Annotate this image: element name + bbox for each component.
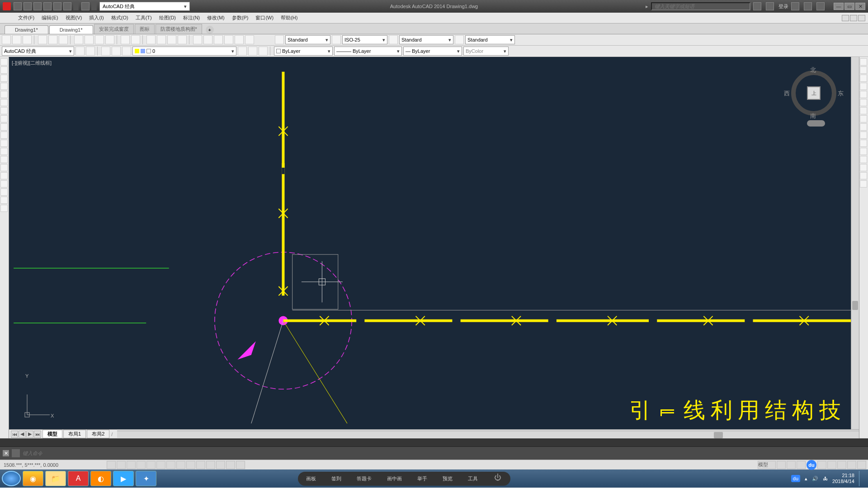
search-icon[interactable] bbox=[753, 2, 761, 10]
tool-join[interactable] bbox=[860, 156, 867, 163]
viewcube-south[interactable]: 南 bbox=[810, 112, 816, 120]
tb-dimstyle-icon[interactable] bbox=[332, 35, 341, 44]
tb-copy[interactable] bbox=[85, 35, 94, 44]
status-ducs[interactable] bbox=[176, 461, 185, 469]
tool-copy[interactable] bbox=[860, 66, 867, 74]
dim-style-dropdown[interactable]: ISO-25 bbox=[342, 35, 387, 44]
minimize-button[interactable]: — bbox=[834, 3, 844, 10]
tb-layer-uniso[interactable] bbox=[259, 47, 268, 56]
status-qv-layouts[interactable] bbox=[777, 461, 786, 469]
tool-explode[interactable] bbox=[860, 180, 867, 188]
tool-array[interactable] bbox=[860, 91, 867, 98]
tb-layer-iso[interactable] bbox=[248, 47, 257, 56]
tb-props[interactable] bbox=[193, 35, 202, 44]
menu-window[interactable]: 窗口(W) bbox=[255, 14, 274, 21]
tool-erase[interactable] bbox=[860, 58, 867, 66]
tray-volume-icon[interactable]: 🔊 bbox=[812, 476, 818, 482]
tb-preview[interactable] bbox=[48, 35, 57, 44]
start-button[interactable] bbox=[2, 471, 21, 486]
tb-qcalc[interactable] bbox=[245, 35, 254, 44]
status-polar[interactable] bbox=[137, 461, 146, 469]
qat-new[interactable] bbox=[14, 2, 22, 10]
ft-power-icon[interactable]: ⏻ bbox=[494, 474, 501, 484]
tray-clock[interactable]: 21:18 2018/4/14 bbox=[832, 473, 854, 484]
menu-file[interactable]: 文件(F) bbox=[18, 14, 34, 21]
tray-expand-icon[interactable]: ▴ bbox=[805, 476, 807, 482]
new-tab-button[interactable]: + bbox=[206, 26, 214, 34]
layout-tab-1[interactable]: 布局1 bbox=[63, 430, 86, 438]
tool-break[interactable] bbox=[860, 148, 867, 155]
taskbar-app3[interactable]: ✦ bbox=[136, 471, 156, 486]
ext-tab-0[interactable]: 安装完成窗度 bbox=[94, 24, 134, 34]
tool-revcloud[interactable] bbox=[0, 115, 8, 122]
h-scroll-thumb[interactable] bbox=[714, 432, 723, 438]
tool-insert[interactable] bbox=[0, 148, 8, 155]
taskbar-chrome[interactable]: ◉ bbox=[23, 471, 43, 486]
tb-zoom-rt[interactable] bbox=[157, 35, 166, 44]
workspace-dropdown[interactable]: AutoCAD 经典 bbox=[99, 2, 190, 11]
menu-edit[interactable]: 编辑(E) bbox=[42, 14, 58, 21]
tool-move[interactable] bbox=[860, 99, 867, 106]
layout-tab-model[interactable]: 模型 bbox=[42, 430, 62, 438]
ml-style-dropdown[interactable]: Standard bbox=[465, 35, 515, 44]
command-input[interactable] bbox=[23, 450, 865, 456]
app-icon[interactable] bbox=[3, 2, 11, 10]
qat-redo[interactable] bbox=[81, 2, 90, 10]
tb-layer-prev[interactable] bbox=[238, 47, 247, 56]
text-style-dropdown[interactable]: Standard bbox=[285, 35, 330, 44]
mdi-close[interactable] bbox=[858, 15, 865, 21]
qat-open[interactable] bbox=[24, 2, 32, 10]
tool-table[interactable] bbox=[0, 197, 8, 204]
vertical-scrollbar[interactable] bbox=[851, 57, 859, 429]
ext-tab-2[interactable]: 防震楼地质构图* bbox=[156, 24, 202, 34]
status-annoscale[interactable] bbox=[797, 461, 806, 469]
tool-spline[interactable] bbox=[0, 123, 8, 131]
status-ime-tool[interactable] bbox=[837, 461, 846, 469]
tool-hatch[interactable] bbox=[0, 172, 8, 179]
tool-mirror[interactable] bbox=[860, 75, 867, 82]
drawing-canvas[interactable]: [-][俯视][二维线框] bbox=[9, 57, 859, 438]
viewcube-menu[interactable] bbox=[807, 120, 825, 127]
tb-match[interactable] bbox=[105, 35, 114, 44]
doc-tab-1[interactable]: Drawing1* bbox=[49, 25, 93, 34]
workspace-dd2[interactable]: AutoCAD 经典 bbox=[2, 47, 74, 56]
tb-ws-settings[interactable] bbox=[75, 47, 85, 56]
tab-nav-prev[interactable]: ◀ bbox=[19, 431, 26, 438]
help-icon[interactable] bbox=[816, 2, 825, 10]
tab-nav-next[interactable]: ▶ bbox=[26, 431, 33, 438]
tool-mtext[interactable] bbox=[0, 205, 8, 212]
close-button[interactable]: ✕ bbox=[855, 3, 865, 10]
qat-print[interactable] bbox=[53, 2, 61, 10]
coord-display[interactable]: 1508.***, 5***.***, 0.0000 bbox=[2, 462, 106, 468]
status-lwt[interactable] bbox=[196, 461, 205, 469]
tb-publish[interactable] bbox=[59, 35, 68, 44]
ft-signin[interactable]: 签到 bbox=[328, 474, 345, 484]
tab-nav-last[interactable]: ⏭ bbox=[34, 431, 41, 438]
viewcube-north[interactable]: 北 bbox=[810, 66, 816, 74]
tool-stretch[interactable] bbox=[860, 123, 867, 131]
taskbar-autocad[interactable]: A bbox=[68, 471, 89, 486]
tool-point[interactable] bbox=[0, 164, 8, 171]
maximize-button[interactable]: ▭ bbox=[844, 3, 854, 10]
tool-chamfer[interactable] bbox=[860, 164, 867, 171]
qat-undo-dd[interactable] bbox=[73, 2, 79, 10]
status-ime-punct[interactable] bbox=[827, 461, 836, 469]
tb-pan[interactable] bbox=[146, 35, 156, 44]
lineweight-dropdown[interactable]: —ByLayer bbox=[403, 47, 462, 56]
menu-modify[interactable]: 修改(M) bbox=[207, 14, 225, 21]
tb-cut[interactable] bbox=[74, 35, 83, 44]
ext-tab-1[interactable]: 图标 bbox=[135, 24, 155, 34]
tool-scale[interactable] bbox=[860, 115, 867, 122]
status-sc[interactable] bbox=[226, 461, 235, 469]
menu-draw[interactable]: 绘图(D) bbox=[159, 14, 176, 21]
tb-open[interactable] bbox=[12, 35, 21, 44]
status-ime-a[interactable] bbox=[817, 461, 826, 469]
tool-rotate[interactable] bbox=[860, 107, 867, 114]
menu-parametric[interactable]: 参数(P) bbox=[232, 14, 249, 21]
tray-ime[interactable]: du bbox=[791, 475, 800, 482]
tool-extend[interactable] bbox=[860, 140, 867, 147]
ft-tools[interactable]: 工具 bbox=[464, 474, 481, 484]
tb-save[interactable] bbox=[23, 35, 32, 44]
tool-circle[interactable] bbox=[0, 107, 8, 114]
tool-arc[interactable] bbox=[0, 99, 8, 106]
